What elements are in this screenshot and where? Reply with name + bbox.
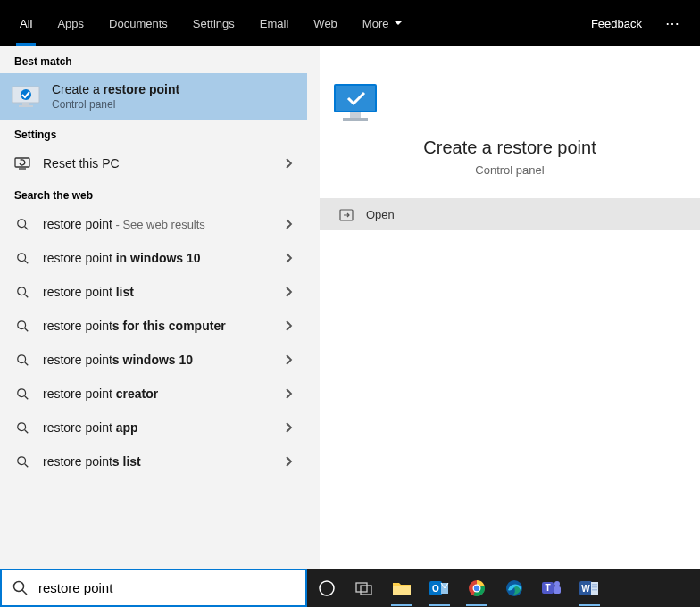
svg-text:T: T [545, 583, 550, 593]
svg-rect-39 [592, 589, 597, 591]
svg-rect-15 [350, 112, 361, 118]
open-label: Open [366, 208, 395, 221]
svg-point-18 [14, 582, 24, 592]
chevron-right-icon [286, 456, 293, 467]
control-panel-icon [11, 83, 41, 110]
cortana-icon[interactable] [314, 576, 339, 601]
search-input[interactable] [38, 580, 295, 595]
svg-point-11 [17, 422, 25, 430]
tab-label: Documents [109, 17, 168, 30]
tab-web[interactable]: Web [301, 0, 350, 46]
chevron-right-icon [286, 287, 293, 297]
svg-rect-38 [592, 586, 597, 588]
web-result-label: restore point creator [43, 387, 158, 401]
chevron-right-icon [286, 158, 293, 169]
web-result-label: restore point in windows 10 [43, 251, 201, 265]
settings-item-reset[interactable]: Reset this PC [0, 146, 307, 180]
best-match-title: Create a restore point [52, 82, 179, 96]
search-icon [14, 352, 30, 368]
web-result-label: restore point app [43, 420, 138, 435]
chevron-right-icon [286, 219, 293, 229]
svg-point-9 [17, 354, 25, 362]
taskview-icon[interactable] [352, 576, 377, 601]
chevron-right-icon [286, 253, 293, 263]
web-list: restore point - See web results restore … [0, 207, 307, 478]
web-result-item[interactable]: restore point in windows 10 [0, 241, 307, 275]
svg-point-6 [17, 253, 25, 261]
search-icon [14, 216, 30, 232]
best-match-header: Best match [0, 46, 307, 73]
web-result-label: restore points list [43, 454, 141, 469]
tab-settings[interactable]: Settings [180, 0, 247, 46]
chevron-right-icon [286, 422, 293, 433]
chrome-icon[interactable] [464, 576, 489, 601]
search-icon [14, 318, 30, 334]
tab-email[interactable]: Email [247, 0, 302, 46]
chevron-right-icon [286, 354, 293, 365]
spacer [415, 0, 579, 46]
best-match-text: Create a restore point Control panel [52, 82, 179, 111]
svg-rect-1 [22, 103, 29, 105]
tab-documents[interactable]: Documents [96, 0, 180, 46]
web-result-label: restore points windows 10 [43, 353, 193, 367]
file-explorer-icon[interactable] [389, 576, 414, 601]
search-icon [14, 284, 30, 300]
hero-title: Create a restore point [329, 137, 691, 158]
reset-icon [14, 155, 30, 171]
chevron-right-icon [286, 320, 293, 331]
tab-label: Web [313, 17, 338, 30]
web-result-item[interactable]: restore point list [0, 275, 307, 309]
svg-point-3 [21, 89, 31, 100]
word-icon[interactable]: W [577, 576, 602, 601]
web-result-item[interactable]: restore point creator [0, 377, 307, 411]
svg-point-7 [17, 287, 25, 295]
web-result-label: restore point list [43, 285, 134, 299]
web-result-item[interactable]: restore points for this computer [0, 309, 307, 343]
title-bold: restore point [104, 82, 180, 96]
svg-point-28 [474, 585, 479, 590]
svg-rect-2 [19, 105, 33, 107]
svg-point-8 [17, 320, 25, 328]
edge-icon[interactable] [502, 576, 527, 601]
tab-more[interactable]: More [350, 0, 416, 46]
feedback-link[interactable]: Feedback [580, 0, 653, 46]
web-result-item[interactable]: restore point - See web results [0, 207, 307, 241]
left-panel: Best match Create a restore point Contro… [0, 46, 307, 569]
svg-point-19 [320, 581, 334, 595]
search-icon [14, 453, 30, 470]
search-icon [14, 420, 30, 436]
chevron-right-icon [286, 388, 293, 399]
tab-label: Settings [193, 17, 235, 30]
title-pre: Create a [52, 82, 104, 96]
more-options-button[interactable]: ⋯ [653, 0, 693, 46]
tab-all[interactable]: All [7, 0, 45, 46]
right-panel: Create a restore point Control panel Ope… [320, 46, 700, 569]
settings-item-label: Reset this PC [43, 156, 120, 170]
tab-apps[interactable]: Apps [45, 0, 96, 46]
web-result-item[interactable]: restore points windows 10 [0, 343, 307, 377]
settings-header: Settings [0, 120, 307, 146]
svg-point-5 [17, 219, 25, 227]
web-header: Search the web [0, 180, 307, 207]
taskbar: O T W [307, 569, 700, 607]
svg-rect-21 [361, 586, 371, 595]
search-box[interactable] [0, 569, 307, 607]
tab-label: More [362, 17, 389, 30]
tab-label: Email [260, 17, 289, 30]
tab-label: Apps [57, 17, 84, 30]
tab-label: All [20, 17, 32, 30]
svg-rect-20 [356, 583, 367, 592]
svg-text:W: W [581, 584, 590, 594]
svg-rect-37 [592, 584, 597, 586]
teams-icon[interactable]: T [539, 576, 564, 601]
open-action[interactable]: Open [320, 199, 700, 230]
search-icon [14, 250, 30, 266]
svg-point-12 [17, 456, 25, 464]
feedback-label: Feedback [591, 17, 642, 30]
control-panel-icon [329, 80, 691, 125]
web-result-label: restore point - See web results [43, 217, 205, 231]
best-match-result[interactable]: Create a restore point Control panel [0, 73, 307, 120]
web-result-item[interactable]: restore points list [0, 445, 307, 478]
web-result-item[interactable]: restore point app [0, 411, 307, 445]
outlook-icon[interactable]: O [427, 576, 452, 601]
